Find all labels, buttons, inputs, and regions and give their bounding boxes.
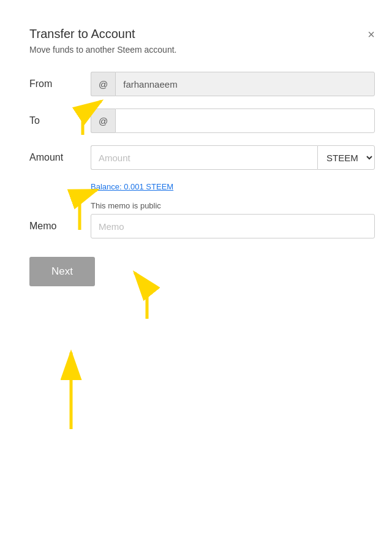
dialog-subtitle: Move funds to another Steem account. — [29, 45, 375, 55]
to-label: To — [29, 115, 91, 126]
memo-input-wrapper — [91, 214, 375, 238]
dialog-title: Transfer to Account — [29, 27, 135, 41]
from-input-wrapper: @ — [91, 72, 375, 96]
from-row: From @ — [29, 72, 375, 96]
close-button[interactable]: × — [368, 28, 375, 40]
amount-row: Amount STEEM SBD — [29, 145, 375, 170]
to-row: To @ — [29, 109, 375, 133]
to-input-wrapper: @ — [91, 109, 375, 133]
button-row: Next — [29, 251, 375, 286]
to-input[interactable] — [115, 109, 375, 133]
from-label: From — [29, 78, 91, 90]
amount-label: Amount — [29, 152, 91, 163]
memo-input[interactable] — [91, 214, 375, 238]
to-at-symbol: @ — [91, 109, 115, 133]
amount-input[interactable] — [91, 145, 317, 170]
balance-link[interactable]: Balance: 0.001 STEEM — [91, 182, 375, 191]
memo-note: This memo is public — [91, 201, 375, 210]
from-input[interactable] — [115, 72, 375, 96]
memo-row: Memo — [29, 214, 375, 238]
next-button[interactable]: Next — [29, 257, 95, 286]
from-at-symbol: @ — [91, 72, 115, 96]
currency-select[interactable]: STEEM SBD — [317, 145, 375, 170]
amount-input-wrapper: STEEM SBD — [91, 145, 375, 170]
memo-label: Memo — [29, 221, 91, 232]
